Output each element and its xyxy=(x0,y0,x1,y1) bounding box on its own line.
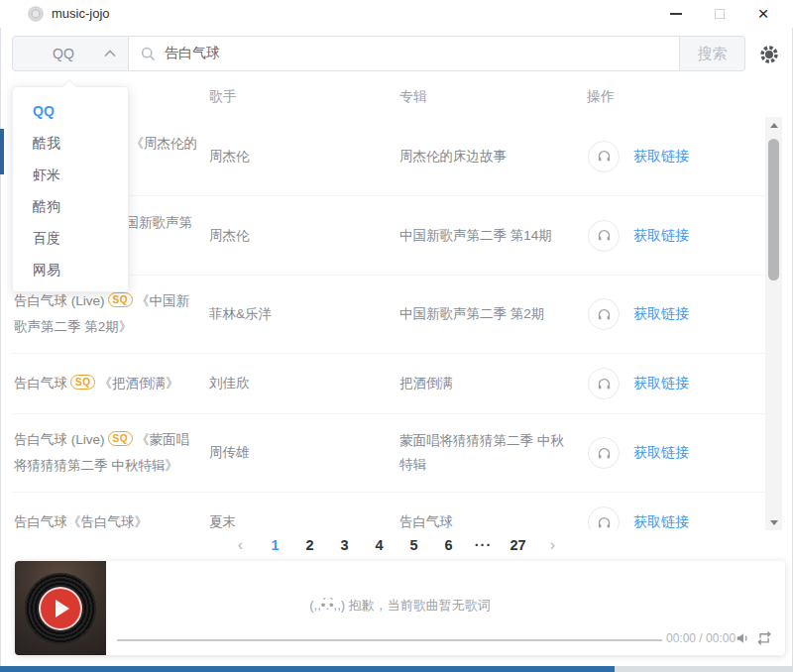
listen-button[interactable] xyxy=(588,506,620,530)
prev-page-button[interactable]: ‹ xyxy=(223,532,258,558)
source-option-xiami[interactable]: 虾米 xyxy=(13,159,128,190)
play-icon xyxy=(56,600,69,617)
search-icon xyxy=(141,47,156,61)
source-option-netease[interactable]: 网易 xyxy=(13,254,128,285)
scrollbar-thumb[interactable] xyxy=(768,139,779,280)
volume-icon[interactable] xyxy=(736,631,749,645)
page-button-1[interactable]: 1 xyxy=(258,532,292,558)
listen-button[interactable] xyxy=(588,141,620,172)
no-lyric-message: (,,•́.•̀,,) 抱歉，当前歌曲暂无歌词 xyxy=(106,597,694,615)
song-actions: 获取链接 xyxy=(587,141,765,172)
column-header-album: 专辑 xyxy=(399,83,427,109)
search-button[interactable]: 搜索 xyxy=(679,37,744,70)
source-dropdown-menu: QQ 酷我 虾米 酷狗 百度 网易 xyxy=(12,86,129,292)
song-singer: 周杰伦 xyxy=(209,148,399,166)
source-option-baidu[interactable]: 百度 xyxy=(13,222,128,254)
sq-badge: SQ xyxy=(108,292,133,307)
listen-button[interactable] xyxy=(588,368,620,399)
page-button-3[interactable]: 3 xyxy=(327,532,362,558)
minimize-icon xyxy=(670,13,682,15)
minimize-button[interactable] xyxy=(654,0,698,28)
get-link-button[interactable]: 获取链接 xyxy=(633,375,689,392)
sq-badge: SQ xyxy=(108,431,133,446)
table-row: 告白气球 (Live)SQ《蒙面唱将猜猜猜第二季 中秋特辑》 周传雄 蒙面唱将猜… xyxy=(12,414,765,493)
song-actions: 获取链接 xyxy=(587,437,765,469)
song-singer: 菲林&乐洋 xyxy=(209,305,399,323)
column-header-action: 操作 xyxy=(587,83,615,109)
scroll-down-arrow-icon[interactable] xyxy=(765,514,782,530)
close-button[interactable]: × xyxy=(741,0,785,28)
headphone-icon xyxy=(597,377,612,392)
page-button-5[interactable]: 5 xyxy=(396,532,431,558)
time-display: 00:00 / 00:00 xyxy=(666,631,736,645)
pagination: ‹ 1 2 3 4 5 6 ··· 27 › xyxy=(0,532,793,558)
album-ref: 《告白气球》 xyxy=(67,514,148,529)
search-input[interactable] xyxy=(129,37,679,70)
song-singer: 刘佳欣 xyxy=(209,375,399,392)
get-link-button[interactable]: 获取链接 xyxy=(633,227,689,245)
headphone-icon xyxy=(597,149,612,164)
play-button[interactable] xyxy=(39,587,82,630)
song-album: 把酒倒满 xyxy=(399,372,587,395)
source-select-value: QQ xyxy=(13,46,104,61)
settings-button[interactable] xyxy=(755,41,783,68)
song-album: 中国新歌声第二季 第14期 xyxy=(399,224,587,248)
titlebar: music-jojo × xyxy=(0,0,793,28)
song-title: 告白气球 (Live)SQ《蒙面唱将猜猜猜第二季 中秋特辑》 xyxy=(12,427,209,479)
song-album: 告白气球 xyxy=(399,510,587,530)
source-option-kugou[interactable]: 酷狗 xyxy=(13,190,128,222)
song-actions: 获取链接 xyxy=(587,298,765,330)
song-actions: 获取链接 xyxy=(587,506,765,530)
song-album: 周杰伦的床边故事 xyxy=(399,145,587,168)
get-link-button[interactable]: 获取链接 xyxy=(633,444,689,462)
album-art[interactable] xyxy=(15,561,106,655)
maximize-icon xyxy=(715,9,725,19)
page-button-2[interactable]: 2 xyxy=(292,532,327,558)
listen-button[interactable] xyxy=(588,298,620,330)
page-button-4[interactable]: 4 xyxy=(362,532,396,558)
app-logo-icon xyxy=(28,6,44,22)
app-title: music-jojo xyxy=(52,0,110,28)
next-page-button[interactable]: › xyxy=(535,532,570,558)
song-actions: 获取链接 xyxy=(587,220,765,252)
window-controls: × xyxy=(654,0,785,28)
page-button-6[interactable]: 6 xyxy=(431,532,466,558)
progress-bar[interactable] xyxy=(117,639,662,641)
close-icon: × xyxy=(757,0,768,28)
headphone-icon xyxy=(597,446,612,461)
song-album: 蒙面唱将猜猜猜第二季 中秋特辑 xyxy=(399,429,587,477)
background-window-sliver xyxy=(0,129,4,174)
song-title: 告白气球 (Live)SQ《中国新歌声第二季 第2期》 xyxy=(12,288,209,340)
song-singer: 周杰伦 xyxy=(209,227,399,245)
table-row: 告白气球《告白气球》 夏末 告白气球 获取链接 xyxy=(12,493,765,530)
page-button-27[interactable]: 27 xyxy=(501,532,535,558)
bottom-edge-bar xyxy=(0,666,615,672)
listen-button[interactable] xyxy=(588,220,620,252)
search-box: 搜索 xyxy=(129,36,745,71)
source-option-kuwo[interactable]: 酷我 xyxy=(13,127,128,159)
sq-badge: SQ xyxy=(70,375,95,390)
table-scrollbar[interactable] xyxy=(765,117,782,530)
repeat-icon[interactable] xyxy=(756,630,773,645)
column-header-singer: 歌手 xyxy=(209,83,237,109)
source-option-qq[interactable]: QQ xyxy=(13,95,128,127)
page-ellipsis[interactable]: ··· xyxy=(466,532,501,558)
bottom-edge-bar-light xyxy=(615,666,793,672)
get-link-button[interactable]: 获取链接 xyxy=(633,148,689,166)
listen-button[interactable] xyxy=(588,437,620,469)
song-singer: 周传雄 xyxy=(209,444,399,462)
get-link-button[interactable]: 获取链接 xyxy=(633,513,689,530)
dropdown-notch xyxy=(62,79,76,93)
gear-icon xyxy=(757,43,781,66)
song-actions: 获取链接 xyxy=(587,368,765,399)
song-album: 中国新歌声第二季 第2期 xyxy=(399,302,587,326)
headphone-icon xyxy=(597,228,612,243)
song-singer: 夏末 xyxy=(209,513,399,530)
app-window: music-jojo × QQ 搜索 歌手 专辑 操作 告白气球SQMV《周杰伦… xyxy=(0,0,793,672)
headphone-icon xyxy=(597,307,612,322)
album-ref: 《把酒倒满》 xyxy=(98,376,178,391)
scroll-up-arrow-icon[interactable] xyxy=(765,117,782,133)
source-select[interactable]: QQ xyxy=(12,36,129,71)
maximize-button[interactable] xyxy=(698,0,741,28)
get-link-button[interactable]: 获取链接 xyxy=(633,305,689,323)
